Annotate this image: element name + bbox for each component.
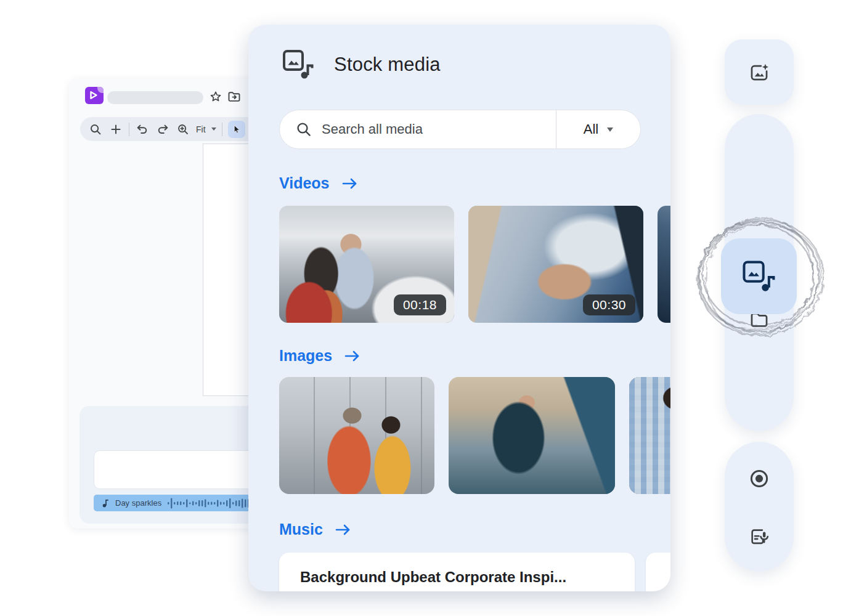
search-input[interactable] xyxy=(312,121,556,137)
media-type-filter[interactable]: All xyxy=(556,110,640,148)
zoom-fit-label[interactable]: Fit xyxy=(196,124,206,134)
video-thumbnail[interactable] xyxy=(658,206,670,323)
images-section-link[interactable]: Images xyxy=(279,347,361,365)
zoom-in-icon[interactable] xyxy=(176,122,190,137)
arrow-right-icon xyxy=(335,523,352,537)
search-bar: All xyxy=(279,110,641,149)
images-label: Images xyxy=(279,347,332,365)
music-label: Music xyxy=(279,521,323,538)
music-track-card-partial[interactable] xyxy=(646,553,670,591)
editor-toolbar: Fit xyxy=(80,117,260,141)
add-icon[interactable] xyxy=(108,122,123,137)
search-icon[interactable] xyxy=(88,122,103,137)
image-thumbnail[interactable] xyxy=(279,377,434,494)
toolbar-divider xyxy=(129,123,129,136)
image-preview-partial xyxy=(629,377,670,494)
star-icon[interactable] xyxy=(208,89,223,104)
search-icon xyxy=(296,121,312,137)
video-preview-partial xyxy=(658,206,670,323)
image-preview-office-pair xyxy=(279,377,434,494)
videos-label: Videos xyxy=(279,174,330,192)
music-section-link[interactable]: Music xyxy=(279,521,352,538)
image-thumbnail[interactable] xyxy=(449,377,615,494)
audio-track-title: Day sparkles xyxy=(115,498,161,508)
video-duration-badge: 00:30 xyxy=(583,294,635,315)
stock-media-tool-selected[interactable] xyxy=(721,238,797,314)
move-folder-icon[interactable] xyxy=(227,89,242,104)
select-cursor-button[interactable] xyxy=(228,121,245,138)
music-track-title: Background Upbeat Corporate Inspi... xyxy=(300,569,566,585)
record-icon[interactable] xyxy=(744,464,774,493)
music-track-card[interactable]: Background Upbeat Corporate Inspi... xyxy=(279,553,635,591)
arrow-right-icon xyxy=(344,349,361,363)
screenshot-root: Fit Day spa xyxy=(0,0,843,616)
teleprompter-icon[interactable] xyxy=(744,522,774,551)
redo-icon[interactable] xyxy=(155,122,170,137)
vids-logo-fold xyxy=(97,87,104,93)
videos-section-link[interactable]: Videos xyxy=(279,174,359,192)
toolbar-divider xyxy=(222,123,222,136)
video-thumbnail[interactable]: 00:30 xyxy=(468,206,643,323)
image-preview-meeting-handshake xyxy=(449,377,615,494)
document-title-field[interactable] xyxy=(107,91,203,104)
images-row xyxy=(279,377,670,494)
filter-value: All xyxy=(584,121,598,137)
panel-title: Stock media xyxy=(334,54,441,76)
rail-group-top xyxy=(725,39,794,105)
stock-media-icon xyxy=(282,49,314,80)
video-duration-badge: 00:18 xyxy=(394,294,446,315)
rail-group-bottom xyxy=(725,442,794,572)
image-thumbnail[interactable] xyxy=(629,377,670,494)
undo-icon[interactable] xyxy=(135,122,150,137)
video-thumbnail[interactable]: 00:18 xyxy=(279,206,454,323)
fit-dropdown-caret[interactable] xyxy=(211,128,216,131)
filter-caret-icon xyxy=(607,128,613,132)
music-row: Background Upbeat Corporate Inspi... xyxy=(279,553,670,591)
play-glyph xyxy=(89,91,98,100)
vids-logo[interactable] xyxy=(85,87,104,104)
stock-media-icon xyxy=(741,259,777,294)
panel-header: Stock media xyxy=(282,49,441,80)
ai-image-icon[interactable] xyxy=(744,57,774,87)
stock-media-panel: Stock media All Videos 00:18 xyxy=(248,25,670,591)
music-note-icon xyxy=(102,499,109,508)
videos-row: 00:18 00:30 xyxy=(279,206,670,323)
arrow-right-icon xyxy=(341,177,359,190)
